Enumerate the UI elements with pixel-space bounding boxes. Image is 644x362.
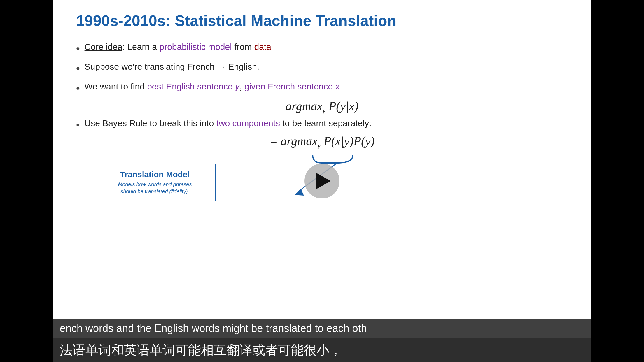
given-french-text: given French sentence x [244,82,340,91]
slide-title: 1990s-2010s: Statistical Machine Transla… [76,12,568,30]
probabilistic-model-text: probabilistic model [159,42,232,52]
translation-text-line2: should be translated (fidelity). [120,189,189,194]
bullet-dot-2: • [76,61,80,76]
bullet-text-4: Use Bayes Rule to break this into two co… [85,117,372,130]
translation-model-text: Models how words and phrases should be t… [118,181,192,195]
bullet-dot-4: • [76,117,80,133]
play-icon [316,173,331,189]
bullet-dot-1: • [76,41,80,57]
bullet-item-2: • Suppose we're translating French → Eng… [76,60,568,76]
subtitles-area: ench words and the English words might b… [53,319,591,362]
bullet-dot-3: • [76,80,80,96]
best-english-text: best English sentence y [147,82,239,91]
subtitle-english: ench words and the English words might b… [53,319,591,338]
math-argmax2: = argmaxy P(x|y)P(y) [76,134,568,150]
slide-wrapper: 1990s-2010s: Statistical Machine Transla… [53,0,591,362]
two-components-text: two components [216,118,280,128]
bullet-item-4: • Use Bayes Rule to break this into two … [76,117,568,133]
translation-model-title: Translation Model [120,170,190,179]
bullet-list: • Core idea: Learn a probabilistic model… [76,40,568,96]
bullet-text-2: Suppose we're translating French → Engli… [85,60,259,73]
translation-model-box: Translation Model Models how words and p… [94,164,216,201]
subtitle-chinese: 法语单词和英语单词可能相互翻译或者可能很小， [53,338,591,362]
bullet-text-3: We want to find best English sentence y,… [85,80,340,93]
bullet-item-3: • We want to find best English sentence … [76,80,568,96]
data-text: data [254,42,271,52]
core-idea-text: Core idea [85,42,123,52]
math-argmax1: argmaxy P(y|x) [76,99,568,115]
bullet-list-2: • Use Bayes Rule to break this into two … [76,117,568,133]
svg-marker-1 [294,189,304,196]
translation-text-line1: Models how words and phrases [118,182,192,187]
bullet-text-1: Core idea: Learn a probabilistic model f… [85,40,271,53]
play-button[interactable] [304,164,340,198]
right-black-panel [591,0,644,362]
bullet-item-1: • Core idea: Learn a probabilistic model… [76,40,568,57]
left-black-panel [0,0,53,362]
